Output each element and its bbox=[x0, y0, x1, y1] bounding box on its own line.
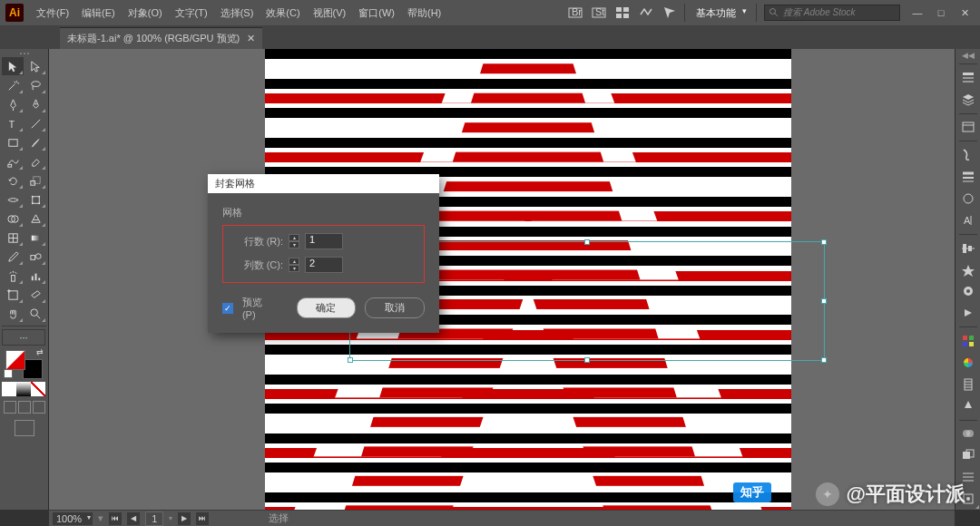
artboard-tool[interactable] bbox=[2, 286, 24, 304]
type-tool[interactable]: T bbox=[2, 114, 24, 132]
mesh-tool[interactable] bbox=[2, 229, 24, 247]
width-tool[interactable] bbox=[2, 190, 24, 209]
edit-toolbar-button[interactable]: ··· bbox=[2, 329, 45, 346]
canvas-area[interactable]: // generated below after data load for s… bbox=[49, 49, 955, 510]
swap-fill-stroke-icon[interactable]: ⇄ bbox=[36, 347, 44, 356]
cancel-button[interactable]: 取消 bbox=[365, 297, 425, 318]
draw-behind[interactable] bbox=[18, 401, 31, 414]
menu-file[interactable]: 文件(F) bbox=[31, 3, 74, 24]
color-mode-gradient[interactable] bbox=[16, 382, 31, 396]
preview-checkbox[interactable]: ✓ bbox=[222, 303, 233, 314]
color-panel-icon[interactable] bbox=[957, 353, 979, 373]
direct-selection-tool[interactable] bbox=[24, 57, 46, 75]
fill-stroke-swatch[interactable]: ⇄ bbox=[2, 346, 46, 381]
hand-tool[interactable] bbox=[2, 305, 24, 323]
paintbrush-tool[interactable] bbox=[24, 133, 46, 151]
prev-artboard-button[interactable]: ◀ bbox=[127, 512, 140, 525]
selection-tool[interactable] bbox=[2, 57, 24, 75]
rows-stepper[interactable]: ▴▾ bbox=[289, 234, 299, 248]
gpu-icon[interactable] bbox=[639, 5, 653, 20]
menu-edit[interactable]: 编辑(E) bbox=[76, 3, 121, 24]
menu-window[interactable]: 窗口(W) bbox=[353, 3, 400, 24]
eraser-tool[interactable] bbox=[24, 152, 46, 170]
bridge-icon[interactable]: Br bbox=[568, 5, 583, 20]
gradient-tool[interactable] bbox=[24, 229, 46, 247]
stock-search[interactable]: 搜索 Adobe Stock bbox=[764, 5, 900, 21]
stroke-panel-icon[interactable] bbox=[957, 167, 979, 187]
draw-normal[interactable] bbox=[4, 401, 16, 414]
pen-tool[interactable] bbox=[2, 95, 24, 113]
asset-panel-icon[interactable] bbox=[957, 189, 979, 209]
arrange-icon[interactable] bbox=[615, 5, 630, 20]
artboard-number[interactable]: 1 bbox=[145, 511, 163, 526]
ok-button[interactable]: 确定 bbox=[297, 297, 357, 318]
rows-input[interactable]: 1 bbox=[305, 233, 343, 249]
brushes-panel-icon[interactable] bbox=[957, 145, 979, 165]
zoom-dropdown[interactable]: 100% bbox=[53, 512, 93, 525]
close-window-button[interactable]: ✕ bbox=[955, 5, 975, 20]
workspace-switcher[interactable]: 基本功能 bbox=[692, 5, 749, 22]
svg-rect-7 bbox=[623, 14, 629, 18]
color-mode-solid[interactable] bbox=[2, 382, 16, 396]
svg-text:St: St bbox=[595, 6, 604, 17]
document-tab[interactable]: 未标题-1.ai* @ 100% (RGB/GPU 预览) ✕ bbox=[60, 27, 262, 49]
perspective-tool[interactable] bbox=[24, 209, 46, 228]
graph-tool[interactable] bbox=[24, 267, 46, 285]
libraries-panel-icon[interactable] bbox=[957, 118, 979, 138]
svg-point-80 bbox=[966, 289, 970, 293]
expand-dock-button[interactable]: ◀◀ bbox=[961, 51, 975, 61]
cols-input[interactable]: 2 bbox=[305, 257, 343, 273]
rotate-tool[interactable] bbox=[2, 171, 24, 190]
screen-mode-button[interactable] bbox=[15, 420, 34, 436]
menu-effect[interactable]: 效果(C) bbox=[260, 3, 305, 24]
symbol-sprayer-tool[interactable] bbox=[2, 267, 24, 285]
lasso-tool[interactable] bbox=[24, 76, 46, 94]
layers-panel-icon[interactable] bbox=[957, 90, 979, 110]
stock-icon[interactable]: St bbox=[592, 5, 606, 20]
maximize-button[interactable]: □ bbox=[931, 5, 951, 20]
line-tool[interactable] bbox=[24, 114, 46, 132]
menu-object[interactable]: 对象(O) bbox=[122, 3, 168, 24]
tools-panel: T ··· ⇄ bbox=[0, 49, 49, 510]
close-tab-button[interactable]: ✕ bbox=[247, 33, 255, 44]
minimize-button[interactable]: — bbox=[907, 5, 927, 20]
scale-tool[interactable] bbox=[24, 171, 46, 190]
rectangle-tool[interactable] bbox=[2, 133, 24, 151]
eyedropper-tool[interactable] bbox=[2, 248, 24, 266]
symbols-panel-icon[interactable] bbox=[957, 260, 979, 280]
default-fill-stroke-icon[interactable] bbox=[4, 369, 13, 378]
zoom-tool[interactable] bbox=[24, 305, 46, 323]
menu-view[interactable]: 视图(V) bbox=[308, 3, 352, 24]
stock-search-placeholder: 搜索 Adobe Stock bbox=[783, 6, 855, 19]
swatches-panel-icon[interactable] bbox=[957, 331, 979, 351]
first-artboard-button[interactable]: ⏮ bbox=[109, 512, 122, 525]
character-panel-icon[interactable]: A bbox=[957, 210, 979, 230]
menu-help[interactable]: 帮助(H) bbox=[402, 3, 446, 24]
color-guide-panel-icon[interactable] bbox=[957, 396, 979, 416]
slice-tool[interactable] bbox=[24, 286, 46, 304]
appearance-panel-icon[interactable] bbox=[957, 281, 979, 301]
curvature-tool[interactable] bbox=[24, 95, 46, 113]
gradient-panel-icon[interactable] bbox=[957, 375, 979, 394]
last-artboard-button[interactable]: ⏭ bbox=[196, 512, 209, 525]
free-transform-tool[interactable] bbox=[24, 190, 46, 209]
pathfinder-panel-icon[interactable] bbox=[957, 445, 979, 465]
align-panel-icon[interactable] bbox=[957, 239, 979, 258]
blend-tool[interactable] bbox=[24, 248, 46, 266]
cols-stepper[interactable]: ▴▾ bbox=[289, 258, 299, 272]
next-artboard-button[interactable]: ▶ bbox=[178, 512, 191, 525]
feedback-icon[interactable] bbox=[662, 5, 677, 20]
magic-wand-tool[interactable] bbox=[2, 76, 24, 94]
properties-panel-icon[interactable] bbox=[957, 68, 979, 88]
color-mode-none[interactable] bbox=[31, 382, 45, 396]
svg-rect-17 bbox=[33, 176, 40, 183]
stroke-swatch[interactable] bbox=[23, 359, 43, 379]
menu-type[interactable]: 文字(T) bbox=[170, 3, 213, 24]
draw-inside[interactable] bbox=[33, 401, 45, 414]
transparency-panel-icon[interactable] bbox=[957, 424, 979, 444]
shaper-tool[interactable] bbox=[2, 152, 24, 170]
menu-select[interactable]: 选择(S) bbox=[215, 3, 260, 24]
shape-builder-tool[interactable] bbox=[2, 209, 24, 228]
navigate-panel-icon[interactable] bbox=[957, 303, 979, 323]
fill-swatch[interactable] bbox=[5, 350, 25, 370]
